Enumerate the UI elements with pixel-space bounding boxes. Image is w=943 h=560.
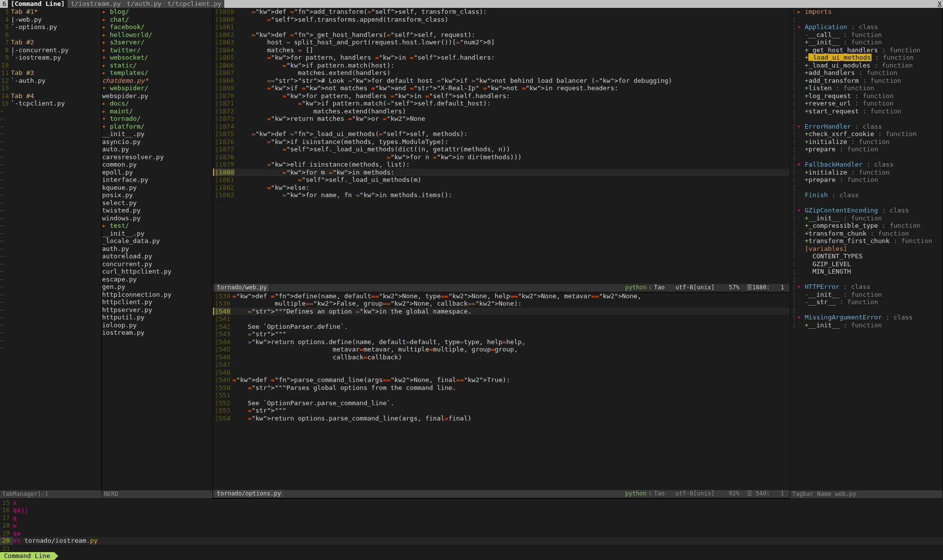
nerdtree-node[interactable]: httpclient.py — [102, 298, 212, 306]
tagbar-item[interactable]: ▾ FallbackHandler : class — [790, 161, 943, 169]
nerdtree-node[interactable]: ▾ platform/ — [102, 123, 212, 131]
tabmanager-row[interactable]: 8|-concurrent.py — [0, 46, 102, 54]
nerdtree-node[interactable]: ▸ blog/ — [102, 8, 212, 16]
tagbar-item[interactable]: +check_xsrf_cookie : function — [790, 130, 943, 138]
tagbar-item[interactable]: +initialize : function — [790, 138, 943, 146]
tagbar-item[interactable]: +__init__ : function — [790, 321, 943, 329]
nerdtree-node[interactable]: epoll.py — [102, 169, 212, 176]
tagbar-item[interactable]: +_load_ui_methods : function — [790, 54, 943, 62]
nerdtree-node[interactable]: ▸ chat/ — [102, 16, 212, 24]
tagbar-pane[interactable]: ▸ imports ▾ Application : class -__call_… — [790, 8, 943, 498]
tagbar-item[interactable]: ▾ HTTPError : class — [790, 283, 943, 291]
tagbar-item[interactable]: +initialize : function — [790, 169, 943, 176]
cmdwin-row[interactable]: 18w — [0, 522, 943, 529]
tagbar-item[interactable] — [790, 153, 943, 161]
nerdtree-node[interactable]: interface.py — [102, 176, 212, 184]
tab-auth[interactable]: t/auth.py — [124, 0, 164, 8]
nerdtree-node[interactable]: autoreload.py — [102, 252, 212, 260]
nerdtree-node[interactable]: caresresolver.py — [102, 153, 212, 161]
tagbar-item[interactable]: -__str__ : function — [790, 298, 943, 306]
tagbar-item[interactable]: +_get_host_handlers : function — [790, 46, 943, 54]
nerdtree-node[interactable]: iostream.py — [102, 329, 212, 337]
nerdtree-node[interactable]: ▾ webspider/ — [102, 84, 212, 92]
tab-iostream[interactable]: t/iostream.py — [68, 0, 124, 8]
tagbar-item[interactable]: Finish : class — [790, 191, 943, 199]
nerdtree-node[interactable]: ▸ maint/ — [102, 107, 212, 115]
nerdtree-node[interactable]: auto.py — [102, 145, 212, 153]
nerdtree-node[interactable]: ▸ s3server/ — [102, 38, 212, 46]
tab-cmdline[interactable]: [Command Line] — [8, 0, 68, 8]
nerdtree-node[interactable]: common.py — [102, 161, 212, 169]
cmdwin-row[interactable]: 20vs tornado/iostream.py — [0, 537, 943, 545]
command-line-window[interactable]: 15x16qajj17q18w19qa20vs tornado/iostream… — [0, 498, 943, 560]
nerdtree-node[interactable]: ▸ templates/ — [102, 69, 212, 77]
nerdtree-node[interactable]: ▸ test/ — [102, 222, 212, 230]
cmdwin-row[interactable]: 19qa — [0, 529, 943, 537]
tagbar-item[interactable]: -__call__ : function — [790, 31, 943, 39]
tagbar-item[interactable]: +transform_first_chunk : function — [790, 237, 943, 245]
tagbar-item[interactable]: ▾ GZipContentEncoding : class — [790, 207, 943, 214]
tabmanager-row[interactable]: 14Tab #4 — [0, 92, 102, 100]
nerdtree-node[interactable]: asyncio.py — [102, 138, 212, 146]
tagbar-item[interactable]: [variables] — [790, 245, 943, 253]
tagbar-item[interactable]: +reverse_url : function — [790, 100, 943, 107]
code-pane-options[interactable]: |538|539|540|541|542|543|544|545|546|547… — [213, 292, 790, 498]
tagbar-item[interactable]: +__init__ : function — [790, 38, 943, 46]
nerdtree-node[interactable]: ▸ twitter/ — [102, 46, 212, 54]
nerdtree-node[interactable]: gen.py — [102, 283, 212, 291]
nerdtree-node[interactable]: ▾ tornado/ — [102, 115, 212, 123]
cmdwin-row[interactable]: 15x — [0, 499, 943, 507]
tagbar-item[interactable]: ▾ Application : class — [790, 23, 943, 31]
tagbar-item[interactable]: +_load_ui_modules : function — [790, 62, 943, 70]
tagbar-item[interactable]: +prepare : function — [790, 145, 943, 153]
tagbar-item[interactable]: +transform_chunk : function — [790, 230, 943, 238]
tagbar-item[interactable]: CONTENT_TYPES — [790, 252, 943, 260]
nerdtree-node[interactable]: ▸ docs/ — [102, 100, 212, 107]
nerdtree-node[interactable]: httpserver.py — [102, 306, 212, 314]
tagbar-item[interactable]: +listen : function — [790, 84, 943, 92]
tabmanager-row[interactable]: 4|-web.py — [0, 16, 102, 24]
code-pane-web[interactable]: |1859|1860|1861|1862|1863|1864|1865|1866… — [213, 8, 790, 292]
nerdtree-node[interactable]: windows.py — [102, 214, 212, 222]
nerdtree-node[interactable]: __init__.py — [102, 130, 212, 138]
tabmanager-row[interactable]: 5`-options.py — [0, 23, 102, 31]
nerdtree-node[interactable]: ▾ websocket/ — [102, 54, 212, 62]
cmdwin-row[interactable]: 17q — [0, 514, 943, 522]
nerdtree-node[interactable]: ▸ static/ — [102, 62, 212, 70]
tagbar-item[interactable] — [790, 115, 943, 123]
tagbar-item[interactable]: ▾ ErrorHandler : class — [790, 123, 943, 131]
nerdtree-node[interactable]: escape.py — [102, 276, 212, 283]
cmdwin-row[interactable]: 16qajj — [0, 506, 943, 514]
tagbar-item[interactable]: +__init__ : function — [790, 214, 943, 222]
nerdtree-node[interactable]: concurrent.py — [102, 260, 212, 268]
tagbar-item[interactable] — [790, 199, 943, 207]
nerdtree-node[interactable]: curl_httpclient.py — [102, 268, 212, 276]
tagbar-item[interactable]: -__init__ : function — [790, 291, 943, 299]
nerdtree-node[interactable]: kqueue.py — [102, 184, 212, 192]
nerdtree-node[interactable]: ▸ helloworld/ — [102, 31, 212, 39]
tagbar-item[interactable]: +add_handlers : function — [790, 69, 943, 77]
tagbar-item[interactable] — [790, 306, 943, 314]
tabmanager-row[interactable]: 3Tab #1* — [0, 8, 102, 16]
nerdtree-node[interactable]: posix.py — [102, 191, 212, 199]
tabmanager-pane[interactable]: 3Tab #1*4|-web.py5`-options.py67Tab #28|… — [0, 8, 102, 498]
tagbar-item[interactable] — [790, 276, 943, 283]
nerdtree-node[interactable]: httputil.py — [102, 314, 212, 321]
tagbar-item[interactable]: +prepare : function — [790, 176, 943, 184]
nerdtree-node[interactable]: _locale_data.py — [102, 237, 212, 245]
nerdtree-node[interactable]: http1connection.py — [102, 291, 212, 299]
tabmanager-row[interactable]: 12`-auth.py — [0, 77, 102, 85]
nerdtree-node[interactable]: __init__.py — [102, 230, 212, 238]
tagbar-item[interactable]: ▾ MissingArgumentError : class — [790, 314, 943, 321]
nerdtree-node[interactable]: ▸ facebook/ — [102, 23, 212, 31]
tagbar-item[interactable]: +_compressible_type : function — [790, 222, 943, 230]
nerdtree-node[interactable]: select.py — [102, 199, 212, 207]
tabmanager-row[interactable]: 11Tab #3 — [0, 69, 102, 77]
tagbar-item[interactable] — [790, 184, 943, 192]
cmdwin-row[interactable]: 21 — [0, 545, 943, 553]
tagbar-item[interactable] — [790, 16, 943, 24]
tabmanager-row[interactable]: 15`-tcpclient.py — [0, 100, 102, 107]
tab-tcpclient[interactable]: t/tcpclient.py — [165, 0, 225, 8]
nerdtree-node[interactable]: ioloop.py — [102, 321, 212, 329]
nerdtree-pane[interactable]: ▸ blog/ ▸ chat/ ▸ facebook/ ▸ helloworld… — [102, 8, 213, 498]
